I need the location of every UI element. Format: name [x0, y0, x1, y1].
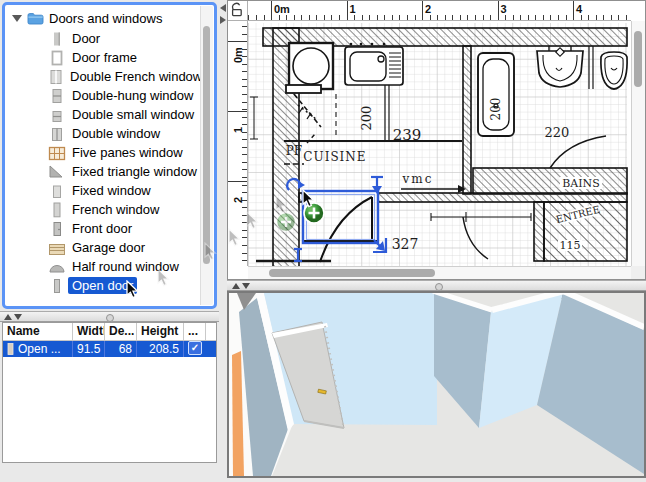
french-window-icon — [47, 202, 67, 218]
row-depth: 68 — [105, 341, 137, 357]
plan-vertical-scrollbar-thumb[interactable] — [634, 31, 642, 87]
catalog-table-divider[interactable] — [0, 311, 219, 322]
column-header-height[interactable]: Height — [137, 323, 184, 340]
catalog-item-half-round-window[interactable]: Half round window — [5, 257, 200, 276]
catalog-item-label: Fixed triangle window — [72, 164, 197, 179]
catalog-item-open-door[interactable]: Open door — [5, 276, 200, 295]
row-name: Open ... — [18, 341, 61, 357]
plan-horizontal-scrollbar-thumb[interactable] — [269, 269, 435, 277]
catalog-item-double-small-window[interactable]: Double small window — [5, 105, 200, 124]
catalog-item-double-french-window[interactable]: Double French window — [5, 67, 200, 86]
catalog-scrollbar-thumb[interactable] — [203, 26, 210, 264]
washbasin-symbol — [537, 46, 583, 87]
catalog-item-fixed-triangle-window[interactable]: Fixed triangle window — [5, 162, 200, 181]
svg-text:200: 200 — [489, 98, 503, 121]
svg-text:vmc: vmc — [402, 172, 434, 186]
catalog-item-garage-door[interactable]: Garage door — [5, 238, 200, 257]
ruler-label: 1 — [350, 3, 356, 15]
open-door-icon — [47, 278, 67, 294]
furniture-row-open-[interactable]: Open ...91.568208.5✓ — [3, 341, 216, 357]
catalog-item-label: Open door — [68, 277, 137, 294]
column-header-name[interactable]: Name — [3, 323, 73, 340]
five-panes-window-icon — [47, 145, 67, 161]
svg-text:CUISINE: CUISINE — [303, 150, 366, 164]
front-door-icon — [47, 221, 67, 237]
divider-down-icon[interactable] — [14, 314, 22, 320]
furniture-list-header[interactable]: NameWidthDe...Height... — [3, 323, 216, 341]
splitter-collapse-left-button[interactable] — [220, 4, 226, 12]
scrollbar-corner — [631, 266, 645, 279]
catalog-item-label: Door — [72, 31, 100, 46]
unlock-icon — [228, 1, 246, 19]
catalog-item-front-door[interactable]: Front door — [5, 219, 200, 238]
divider-grip-icon[interactable] — [106, 314, 114, 322]
row-height: 208.5 — [137, 341, 184, 357]
bathtub-symbol — [478, 53, 514, 136]
ruler-label: 3 — [501, 3, 507, 15]
catalog-item-label: French window — [72, 202, 159, 217]
vertical-ruler: 0m12 — [228, 21, 248, 266]
catalog-item-label: Double French window — [70, 69, 200, 84]
ruler-label: 4 — [576, 3, 582, 15]
fixed-triangle-window-icon — [47, 164, 67, 180]
toilet-symbol — [601, 52, 627, 89]
catalog-item-fixed-window[interactable]: Fixed window — [5, 181, 200, 200]
plan-horizontal-scrollbar[interactable] — [248, 266, 631, 279]
furniture-catalog-panel: Doors and windows DoorDoor frameDouble F… — [2, 2, 217, 309]
plan-canvas[interactable]: 200 239 PF CUISINE vmc 327 200 220 BAINS… — [248, 21, 631, 266]
category-label: Doors and windows — [49, 11, 162, 26]
plan-3d-divider[interactable] — [227, 280, 646, 291]
sweet-home-3d-window: Doors and windows DoorDoor frameDouble F… — [0, 0, 646, 482]
garage-door-icon — [47, 240, 67, 256]
catalog-item-double-window[interactable]: Double window — [5, 124, 200, 143]
svg-text:239: 239 — [393, 126, 422, 144]
blueprint-drawing: 200 239 PF CUISINE vmc 327 200 220 BAINS… — [248, 21, 631, 266]
catalog-item-label: Five panes window — [72, 145, 183, 160]
catalog-item-five-panes-window[interactable]: Five panes window — [5, 143, 200, 162]
door-frame-icon — [47, 50, 67, 66]
catalog-item-label: Double-hung window — [72, 88, 193, 103]
disclosure-triangle-icon[interactable] — [12, 15, 22, 22]
ruler-label: 1 — [232, 127, 244, 133]
row-width: 91.5 — [73, 341, 105, 357]
catalog-category-doors-windows[interactable]: Doors and windows — [5, 7, 200, 29]
catalog-scrollbar[interactable] — [200, 6, 213, 305]
catalog-item-label: Double small window — [72, 107, 194, 122]
divider-up-icon[interactable] — [232, 283, 240, 289]
catalog-item-label: Double window — [72, 126, 160, 141]
catalog-tree: Doors and windows DoorDoor frameDouble F… — [5, 7, 200, 304]
double-french-window-icon — [47, 69, 65, 85]
ruler-corner-box — [228, 1, 248, 21]
catalog-item-double-hung-window[interactable]: Double-hung window — [5, 86, 200, 105]
folder-icon — [27, 12, 44, 25]
catalog-item-label: Front door — [72, 221, 132, 236]
visibility-checkbox[interactable]: ✓ — [188, 341, 202, 355]
column-header-width[interactable]: Width — [73, 323, 105, 340]
svg-text:BAINS: BAINS — [562, 177, 600, 190]
divider-up-icon[interactable] — [4, 314, 12, 320]
shower-symbol — [286, 43, 333, 93]
furniture-list: NameWidthDe...Height... Open ...91.56820… — [2, 322, 217, 463]
open-door-icon — [7, 343, 15, 355]
catalog-item-label: Half round window — [72, 259, 179, 274]
divider-grip-icon[interactable] — [435, 283, 443, 291]
plan-view[interactable]: 0m1234 0m12 — [227, 0, 646, 280]
splitter-collapse-right-button[interactable] — [220, 16, 226, 24]
catalog-item-label: Garage door — [72, 240, 145, 255]
3d-view[interactable] — [227, 291, 646, 478]
catalog-item-label: Door frame — [72, 50, 137, 65]
ruler-label: 2 — [425, 3, 431, 15]
divider-down-icon[interactable] — [242, 283, 250, 289]
svg-text:PF: PF — [286, 144, 302, 158]
svg-text:200: 200 — [359, 106, 374, 131]
catalog-item-door-frame[interactable]: Door frame — [5, 48, 200, 67]
double-hung-window-icon — [47, 88, 67, 104]
half-round-window-icon — [47, 259, 67, 275]
column-header--[interactable]: ... — [184, 323, 206, 340]
catalog-item-door[interactable]: Door — [5, 29, 200, 48]
ruler-label: 2 — [232, 197, 244, 203]
catalog-item-french-window[interactable]: French window — [5, 200, 200, 219]
plan-vertical-scrollbar[interactable] — [631, 21, 645, 266]
column-header-de-[interactable]: De... — [105, 323, 137, 340]
double-window-icon — [47, 126, 67, 142]
